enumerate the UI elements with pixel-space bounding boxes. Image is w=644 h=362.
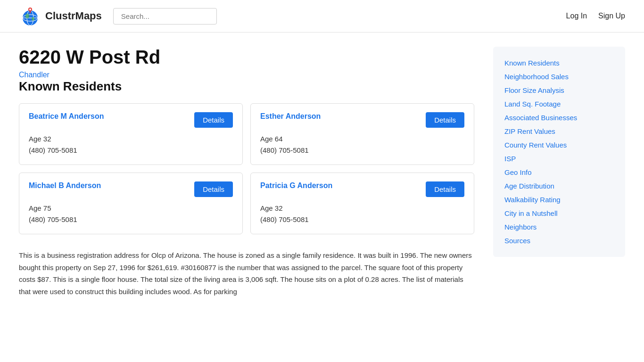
address-title: 6220 W Post Rd [19, 47, 474, 68]
resident-card: Beatrice M Anderson Details Age 32 (480)… [19, 103, 243, 165]
sidebar-link[interactable]: Walkability Rating [504, 193, 614, 206]
resident-info: Age 32 (480) 705-5081 [260, 203, 464, 225]
main-container: 6220 W Post Rd Chandler Known Residents … [0, 33, 644, 316]
address-city[interactable]: Chandler [19, 71, 50, 79]
resident-info: Age 32 (480) 705-5081 [29, 133, 233, 156]
sidebar-link[interactable]: ISP [504, 152, 614, 165]
signup-link[interactable]: Sign Up [598, 12, 625, 20]
logo-icon [19, 5, 41, 27]
residents-grid: Beatrice M Anderson Details Age 32 (480)… [19, 103, 474, 234]
logo-text: ClustrMaps [45, 10, 102, 22]
sidebar-link[interactable]: County Rent Values [504, 138, 614, 152]
sidebar-link[interactable]: Land Sq. Footage [504, 97, 614, 111]
details-button[interactable]: Details [426, 181, 464, 197]
resident-age: Age 64 [260, 133, 464, 145]
resident-card-header: Beatrice M Anderson Details [29, 112, 233, 128]
logo-area[interactable]: ClustrMaps [19, 5, 102, 27]
svg-point-5 [29, 8, 31, 10]
resident-card: Esther Anderson Details Age 64 (480) 705… [250, 103, 474, 165]
details-button[interactable]: Details [194, 181, 233, 197]
sidebar-link[interactable]: ZIP Rent Values [504, 124, 614, 138]
property-description: This is a business registration address … [19, 249, 474, 297]
details-button[interactable]: Details [194, 112, 233, 128]
resident-name[interactable]: Beatrice M Anderson [29, 112, 104, 121]
resident-phone: (480) 705-5081 [260, 214, 464, 225]
resident-card: Michael B Anderson Details Age 75 (480) … [19, 173, 243, 234]
site-header: ClustrMaps Log In Sign Up [0, 0, 644, 33]
resident-phone: (480) 705-5081 [260, 145, 464, 156]
sidebar-link[interactable]: Neighborhood Sales [504, 70, 614, 83]
svg-point-8 [32, 17, 34, 21]
resident-card-header: Patricia G Anderson Details [260, 181, 464, 197]
details-button[interactable]: Details [426, 112, 464, 128]
resident-age: Age 32 [260, 203, 464, 214]
sidebar-link[interactable]: Sources [504, 234, 614, 247]
sidebar-link[interactable]: Neighbors [504, 220, 614, 234]
resident-age: Age 75 [29, 203, 233, 214]
sidebar-link[interactable]: Known Residents [504, 56, 614, 70]
resident-info: Age 75 (480) 705-5081 [29, 203, 233, 225]
resident-info: Age 64 (480) 705-5081 [260, 133, 464, 156]
sidebar: Known ResidentsNeighborhood SalesFloor S… [493, 47, 625, 257]
resident-phone: (480) 705-5081 [29, 214, 233, 225]
resident-card: Patricia G Anderson Details Age 32 (480)… [250, 173, 474, 234]
search-input[interactable] [113, 8, 217, 25]
sidebar-link[interactable]: Associated Businesses [504, 111, 614, 124]
resident-name[interactable]: Michael B Anderson [29, 181, 101, 190]
sidebar-link[interactable]: Floor Size Analysis [504, 83, 614, 97]
resident-name[interactable]: Esther Anderson [260, 112, 321, 121]
header-nav: Log In Sign Up [566, 12, 625, 20]
content-area: 6220 W Post Rd Chandler Known Residents … [19, 47, 474, 297]
resident-card-header: Michael B Anderson Details [29, 181, 233, 197]
sidebar-link[interactable]: City in a Nutshell [504, 206, 614, 220]
login-link[interactable]: Log In [566, 12, 587, 20]
sidebar-link[interactable]: Geo Info [504, 165, 614, 179]
resident-phone: (480) 705-5081 [29, 145, 233, 156]
svg-point-7 [25, 14, 29, 18]
known-residents-heading: Known Residents [19, 79, 474, 94]
resident-age: Age 32 [29, 133, 233, 145]
resident-name[interactable]: Patricia G Anderson [260, 181, 332, 190]
sidebar-link[interactable]: Age Distribution [504, 179, 614, 193]
resident-card-header: Esther Anderson Details [260, 112, 464, 128]
